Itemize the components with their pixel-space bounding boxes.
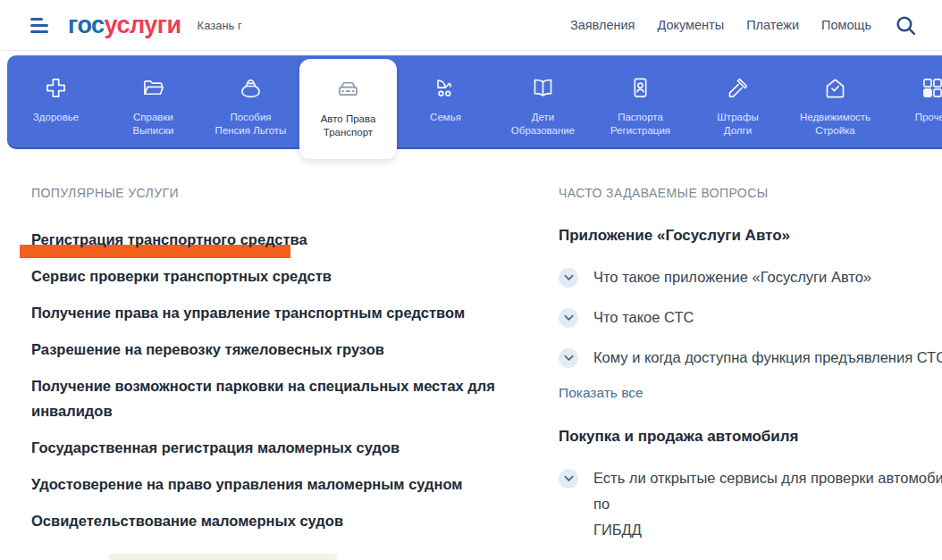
partial-element-bottom [109, 554, 337, 560]
open-book-icon [494, 76, 592, 104]
popular-service-link[interactable]: Регистрация транспортного средства [31, 227, 518, 252]
passport-icon [592, 76, 689, 104]
category-tab-label: Дети Образование [511, 111, 575, 138]
grid-icon [884, 76, 942, 104]
popular-service-label: Сервис проверки транспортных средств [31, 263, 332, 288]
category-tab[interactable]: Недвижимость Стройка [786, 55, 884, 149]
faq-question[interactable]: Есть ли открытые сервисы для проверки ав… [559, 465, 942, 543]
folder-icon [105, 76, 202, 104]
popular-service-label: Получение права на управление транспортн… [31, 300, 465, 325]
category-tab-label: Штрафы Долги [717, 111, 758, 138]
chevron-down-icon[interactable] [559, 348, 578, 368]
category-tab-label: Прочее [915, 111, 942, 124]
car-icon [299, 78, 397, 105]
faq-question-text: Что такое приложение «Госуслуги Авто» [593, 264, 871, 290]
popular-service-link[interactable]: Получение возможности парковки на специа… [31, 373, 518, 423]
logo-text-blue: гос [68, 12, 105, 38]
popular-service-label: Получение возможности парковки на специа… [31, 373, 495, 423]
nav-link-dokumenty[interactable]: Документы [657, 18, 724, 32]
category-tab-label: Недвижимость Стройка [800, 111, 871, 138]
popular-service-link[interactable]: Разрешение на перевозку тяжеловесных гру… [31, 337, 518, 362]
chevron-down-icon[interactable] [559, 268, 578, 288]
category-tab-label: Справки Выписки [133, 111, 174, 138]
stroller-icon [397, 76, 494, 104]
popular-service-link[interactable]: Государственная регистрация маломерных с… [31, 435, 518, 460]
category-tab[interactable]: Семья [397, 55, 494, 149]
chevron-down-icon[interactable] [559, 469, 578, 489]
category-tab-label: Семья [430, 111, 461, 124]
popular-services-list: Регистрация транспортного средстваСервис… [31, 227, 518, 533]
health-cross-icon [7, 76, 105, 104]
popular-service-label: Удостоверение на право управления маломе… [31, 472, 463, 497]
nav-link-pomosch[interactable]: Помощь [821, 18, 871, 32]
popular-service-link[interactable]: Освидетельствование маломерных судов [31, 508, 518, 533]
faq-question[interactable]: Что такое приложение «Госуслуги Авто» [559, 264, 942, 290]
purse-icon [202, 76, 299, 104]
popular-service-link[interactable]: Удостоверение на право управления маломе… [31, 472, 518, 497]
popular-services-title: ПОПУЛЯРНЫЕ УСЛУГИ [31, 186, 518, 200]
category-tab[interactable]: Авто Права Транспорт [299, 59, 397, 159]
category-tab[interactable]: Дети Образование [494, 55, 592, 149]
faq-section: ЧАСТО ЗАДАВАЕМЫЕ ВОПРОСЫ Приложение «Гос… [559, 186, 942, 560]
header-nav: Заявления Документы Платежи Помощь [570, 18, 871, 32]
show-all-link[interactable]: Показать все [559, 385, 942, 401]
logo-text-red: услуги [105, 12, 181, 38]
category-tab[interactable]: Паспорта Регистрация [592, 55, 689, 149]
popular-service-label: Регистрация транспортного средства [31, 227, 307, 252]
category-tab[interactable]: Здоровье [7, 55, 105, 149]
category-tab[interactable]: Справки Выписки [105, 55, 202, 149]
popular-service-link[interactable]: Получение права на управление транспортн… [31, 300, 518, 325]
faq-section-heading: Покупка и продажа автомобиля [559, 428, 942, 446]
faq-question[interactable]: Что такое СТС [559, 305, 942, 330]
category-tab-label: Авто Права Транспорт [321, 113, 376, 139]
category-tab[interactable]: Пособия Пенсия Льготы [202, 55, 299, 149]
chevron-down-icon[interactable] [559, 308, 578, 328]
house-check-icon [786, 76, 884, 104]
category-bar: Здоровье Справки Выписки Пособия Пенсия … [7, 55, 942, 149]
popular-services-section: ПОПУЛЯРНЫЕ УСЛУГИ Регистрация транспортн… [31, 186, 518, 545]
faq-question-text: Кому и когда доступна функция предъявлен… [593, 345, 942, 371]
faq-question[interactable]: Кому и когда доступна функция предъявлен… [559, 345, 942, 371]
category-tab-label: Паспорта Регистрация [610, 111, 670, 138]
gosuslugi-logo[interactable]: госуслуги [68, 12, 181, 39]
faq-section-heading: Приложение «Госуслуги Авто» [559, 227, 942, 245]
category-tab-label: Здоровье [33, 111, 79, 124]
search-icon[interactable] [895, 14, 917, 37]
category-tab-label: Пособия Пенсия Льготы [215, 111, 287, 138]
popular-service-label: Разрешение на перевозку тяжеловесных гру… [31, 337, 384, 362]
faq-question-text: Есть ли открытые сервисы для проверки ав… [593, 465, 942, 543]
popular-service-link[interactable]: Сервис проверки транспортных средств [31, 263, 518, 288]
popular-service-label: Государственная регистрация маломерных с… [31, 435, 400, 460]
location-selector[interactable]: Казань г [198, 19, 242, 32]
faq-question-text: Что такое СТС [593, 305, 694, 330]
top-header: госуслуги Казань г Заявления Документы П… [0, 0, 942, 51]
gavel-icon [689, 76, 786, 104]
menu-icon[interactable] [30, 18, 48, 33]
nav-link-platezhi[interactable]: Платежи [746, 18, 799, 32]
nav-link-zayavleniya[interactable]: Заявления [570, 18, 635, 32]
gosuslugi-page: госуслуги Казань г Заявления Документы П… [0, 0, 942, 560]
popular-service-label: Освидетельствование маломерных судов [31, 508, 343, 533]
category-tab[interactable]: Штрафы Долги [689, 55, 786, 149]
category-tab[interactable]: Прочее [884, 55, 942, 149]
faq-title: ЧАСТО ЗАДАВАЕМЫЕ ВОПРОСЫ [559, 186, 942, 200]
faq-list: Приложение «Госуслуги Авто» Что такое пр… [559, 227, 942, 560]
